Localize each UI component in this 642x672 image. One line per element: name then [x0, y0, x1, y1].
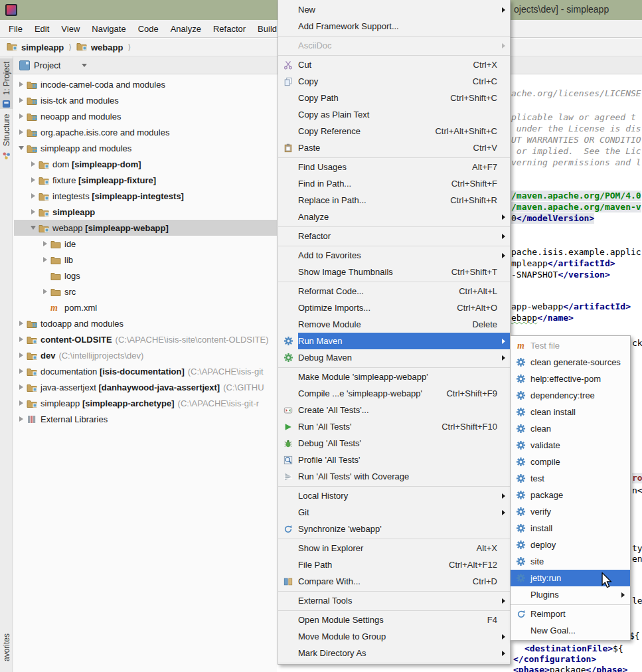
- tree-collapsed-icon[interactable]: [40, 287, 50, 296]
- context-menu-item-create-all-tests[interactable]: Create 'All Tests'...: [278, 402, 510, 418]
- menu-refactor[interactable]: Refactor: [207, 21, 252, 37]
- stripe-tab-favorites[interactable]: avorites: [2, 633, 11, 661]
- tree-item-integtests[interactable]: integtests [simpleapp-integtests]: [14, 188, 277, 204]
- context-menu-item-profile-all-tests[interactable]: Profile 'All Tests': [278, 452, 510, 468]
- tree-item-todoapp-and-modules[interactable]: todoapp and modules: [14, 315, 277, 331]
- context-menu-item-move-module-to-group[interactable]: Move Module to Group: [278, 628, 510, 645]
- context-menu-item-git[interactable]: Git: [278, 504, 510, 521]
- maven-goal-validate[interactable]: validate: [511, 437, 630, 454]
- maven-goal-compile[interactable]: compile: [511, 454, 630, 470]
- context-menu-item-run-all-tests[interactable]: Run 'All Tests'Ctrl+Shift+F10: [278, 418, 510, 435]
- context-menu-item-copy-as-plain-text[interactable]: Copy as Plain Text: [278, 106, 510, 123]
- context-menu-item-show-in-explorer[interactable]: Show in ExplorerAlt+X: [278, 540, 510, 556]
- tree-collapsed-icon[interactable]: [17, 414, 26, 424]
- context-menu-item-asciidoc[interactable]: AsciiDoc: [278, 37, 510, 54]
- tree-collapsed-icon[interactable]: [17, 335, 26, 344]
- tree-item-src[interactable]: src: [14, 284, 277, 299]
- maven-goal-plugins[interactable]: Plugins: [511, 586, 630, 603]
- maven-goal-site[interactable]: site: [511, 553, 630, 570]
- tree-collapsed-icon[interactable]: [40, 255, 50, 264]
- project-tool-icon[interactable]: [2, 100, 11, 108]
- maven-goal-clean-generate-sources[interactable]: clean generate-sources: [511, 354, 630, 371]
- tree-item-external-libraries[interactable]: External Libraries: [14, 411, 277, 427]
- maven-goal-new-goal[interactable]: New Goal...: [511, 622, 630, 639]
- breadcrumb-webapp[interactable]: webapp: [76, 41, 123, 53]
- menu-analyze[interactable]: Analyze: [165, 21, 207, 37]
- context-menu-item-run-all-tests-with-coverage[interactable]: Run 'All Tests' with Coverage: [278, 468, 510, 485]
- tree-item-pom.xml[interactable]: mpom.xml: [14, 299, 277, 315]
- context-menu-item-analyze[interactable]: Analyze: [278, 209, 510, 225]
- context-menu-item-find-in-path[interactable]: Find in Path...Ctrl+Shift+F: [278, 175, 510, 192]
- context-menu-item-run-maven[interactable]: Run Maven: [278, 333, 510, 349]
- tree-collapsed-icon[interactable]: [17, 80, 26, 89]
- tree-collapsed-icon[interactable]: [17, 127, 26, 137]
- context-menu-item-compile-e-simpleapp-webapp[interactable]: Compile ...e 'simpleapp-webapp'Ctrl+Shif…: [278, 385, 510, 402]
- tree-item-lib[interactable]: lib: [14, 252, 277, 268]
- stripe-tab-project[interactable]: 1: Project: [2, 62, 11, 96]
- tree-collapsed-icon[interactable]: [17, 351, 26, 360]
- maven-goal-dependency-tree[interactable]: dependency:tree: [511, 387, 630, 404]
- context-menu-item-copy[interactable]: CopyCtrl+C: [278, 73, 510, 90]
- context-menu-item-synchronize-webapp[interactable]: Synchronize 'webapp': [278, 521, 510, 537]
- tree-item-neoapp-and-modules[interactable]: neoapp and modules: [14, 108, 277, 124]
- context-menu-item-debug-maven[interactable]: Debug Maven: [278, 349, 510, 366]
- tree-item-fixture[interactable]: fixture [simpleapp-fixture]: [14, 172, 277, 188]
- context-menu-item-optimize-imports[interactable]: Optimize Imports...Ctrl+Alt+O: [278, 299, 510, 316]
- context-menu-item-replace-in-path[interactable]: Replace in Path...Ctrl+Shift+R: [278, 192, 510, 209]
- tree-item-content-oldsite[interactable]: content-OLDSITE(C:\APACHE\isis-site\cont…: [14, 331, 277, 347]
- context-menu-item-remove-module[interactable]: Remove ModuleDelete: [278, 316, 510, 333]
- tree-collapsed-icon[interactable]: [17, 96, 26, 105]
- context-menu-item-new[interactable]: New: [278, 1, 510, 18]
- context-menu-item-open-module-settings[interactable]: Open Module SettingsF4: [278, 612, 510, 628]
- context-menu-item-add-to-favorites[interactable]: Add to Favorites: [278, 247, 510, 264]
- maven-goal-clean-install[interactable]: clean install: [511, 404, 630, 420]
- tree-item-dev[interactable]: dev(C:\intellijprojects\dev): [14, 347, 277, 363]
- context-menu-item-refactor[interactable]: Refactor: [278, 228, 510, 244]
- context-menu-item-make-module-simpleapp-webapp[interactable]: Make Module 'simpleapp-webapp': [278, 369, 510, 385]
- context-menu-item-find-usages[interactable]: Find UsagesAlt+F7: [278, 159, 510, 175]
- context-menu-item-reformat-code[interactable]: Reformat Code...Ctrl+Alt+L: [278, 283, 510, 299]
- tree-collapsed-icon[interactable]: [17, 319, 26, 328]
- menu-edit[interactable]: Edit: [29, 21, 55, 37]
- menu-file[interactable]: File: [3, 21, 29, 37]
- tree-item-isis-tck-and-modules[interactable]: isis-tck and modules: [14, 92, 277, 108]
- context-menu-item-file-path[interactable]: File PathCtrl+Alt+F12: [278, 556, 510, 573]
- maven-goal-clean[interactable]: clean: [511, 420, 630, 437]
- menu-navigate[interactable]: Navigate: [86, 21, 131, 37]
- maven-goal-package[interactable]: package: [511, 487, 630, 503]
- context-menu-item-show-image-thumbnails[interactable]: Show Image ThumbnailsCtrl+Shift+T: [278, 264, 510, 280]
- maven-goal-reimport[interactable]: Reimport: [511, 606, 630, 622]
- tree-collapsed-icon[interactable]: [29, 207, 38, 216]
- tree-collapsed-icon[interactable]: [40, 239, 50, 248]
- tree-item-logs[interactable]: logs: [14, 268, 277, 284]
- tree-item-simpleapp[interactable]: simpleapp [simpleapp-archetype](C:\APACH…: [14, 395, 277, 411]
- tree-item-ide[interactable]: ide: [14, 236, 277, 252]
- tree-item-dom[interactable]: dom [simpleapp-dom]: [14, 156, 277, 172]
- breadcrumb-simpleapp[interactable]: simpleapp: [7, 41, 64, 53]
- context-menu-item-copy-path[interactable]: Copy PathCtrl+Shift+C: [278, 90, 510, 106]
- maven-goal-help-effective-pom[interactable]: help:effective-pom: [511, 371, 630, 387]
- menu-view[interactable]: View: [55, 21, 86, 37]
- maven-goal-deploy[interactable]: deploy: [511, 537, 630, 553]
- stripe-tab-structure[interactable]: Structure: [2, 114, 11, 147]
- tree-collapsed-icon[interactable]: [29, 159, 38, 169]
- context-menu-item-cut[interactable]: CutCtrl+X: [278, 56, 510, 73]
- context-menu-item-debug-all-tests[interactable]: Debug 'All Tests': [278, 435, 510, 452]
- tree-item-org.apache.isis.core-and-modules[interactable]: org.apache.isis.core and modules: [14, 124, 277, 140]
- tree-collapsed-icon[interactable]: [29, 175, 38, 185]
- tree-collapsed-icon[interactable]: [17, 367, 26, 376]
- tree-collapsed-icon[interactable]: [17, 382, 26, 392]
- context-menu-item-paste[interactable]: PasteCtrl+V: [278, 139, 510, 156]
- tree-item-incode-camel-coda-and-modules[interactable]: incode-camel-coda and modules: [14, 76, 277, 92]
- tree-item-simpleapp-and-modules[interactable]: simpleapp and modules: [14, 140, 277, 156]
- menu-code[interactable]: Code: [132, 21, 165, 37]
- tree-expanded-icon[interactable]: [29, 223, 38, 232]
- context-menu-item-copy-reference[interactable]: Copy ReferenceCtrl+Alt+Shift+C: [278, 123, 510, 139]
- tree-item-documentation[interactable]: documentation [isis-documentation](C:\AP…: [14, 363, 277, 379]
- structure-tool-icon[interactable]: [2, 151, 11, 160]
- maven-goal-install[interactable]: install: [511, 520, 630, 537]
- context-menu-item-compare-with[interactable]: Compare With...Ctrl+D: [278, 573, 510, 590]
- tree-item-webapp[interactable]: webapp [simpleapp-webapp]: [14, 220, 277, 236]
- context-menu-item-local-history[interactable]: Local History: [278, 487, 510, 504]
- tree-collapsed-icon[interactable]: [17, 398, 26, 408]
